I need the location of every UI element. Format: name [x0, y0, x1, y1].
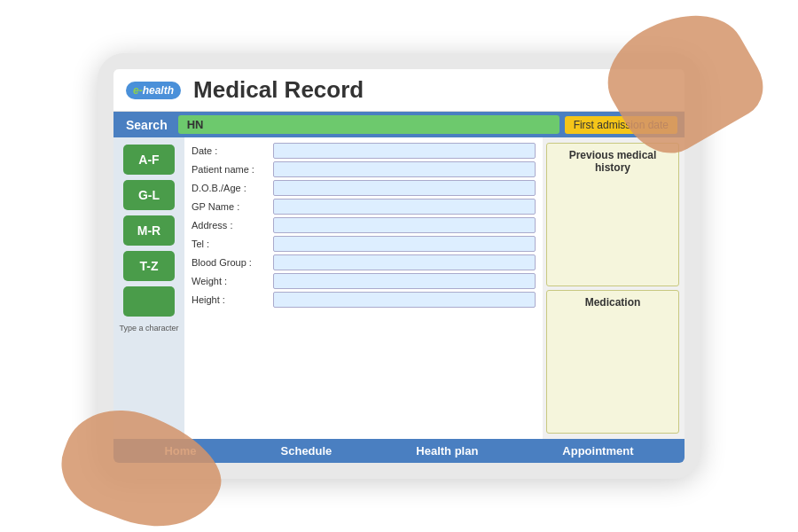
label-address: Address :	[192, 220, 270, 231]
form-row-height: Height :	[192, 292, 536, 308]
input-weight[interactable]	[273, 273, 536, 289]
label-height: Height :	[192, 294, 270, 305]
nav-health-plan[interactable]: Health plan	[416, 444, 478, 458]
app-header: e-health Medical Record	[113, 69, 685, 112]
label-weight: Weight :	[192, 276, 270, 286]
nav-schedule[interactable]: Schedule	[281, 444, 332, 458]
label-patient-name: Patient name :	[192, 164, 270, 175]
form-row-weight: Weight :	[192, 273, 536, 289]
search-label: Search	[121, 116, 173, 134]
input-dob[interactable]	[273, 180, 536, 196]
form-row-blood-group: Blood Group :	[192, 254, 536, 270]
medication-box[interactable]: Medication	[546, 290, 679, 434]
sidebar-btn-af[interactable]: A-F	[123, 145, 175, 175]
sidebar-btn-tz[interactable]: T-Z	[123, 251, 175, 281]
input-blood-group[interactable]	[273, 254, 536, 270]
form-row-tel: Tel :	[192, 236, 536, 252]
tablet-device: e-health Medical Record Search HN First …	[98, 53, 700, 479]
input-patient-name[interactable]	[273, 161, 536, 177]
form-row-patient-name: Patient name :	[192, 161, 536, 177]
ehealth-badge: e-health	[126, 82, 181, 99]
label-tel: Tel :	[192, 239, 270, 249]
hn-field[interactable]: HN	[178, 115, 559, 134]
sidebar: A-F G-L M-R T-Z Type a character	[113, 137, 184, 439]
form-row-gp-name: GP Name :	[192, 199, 536, 215]
form-row-address: Address :	[192, 217, 536, 233]
input-tel[interactable]	[273, 236, 536, 252]
input-address[interactable]	[273, 217, 536, 233]
right-panel: Previous medical history Medication	[543, 137, 685, 439]
ehealth-e: e-	[133, 84, 143, 97]
patient-form: Date : Patient name : D.O.B./Age : GP Na…	[184, 137, 543, 439]
form-row-dob: D.O.B./Age :	[192, 180, 536, 196]
label-blood-group: Blood Group :	[192, 257, 270, 268]
label-gp-name: GP Name :	[192, 201, 270, 212]
history-label: Previous medical history	[552, 149, 673, 174]
main-content: A-F G-L M-R T-Z Type a character Date : …	[113, 137, 685, 439]
input-gp-name[interactable]	[273, 199, 536, 215]
label-date: Date :	[192, 145, 270, 156]
sidebar-btn-gl[interactable]: G-L	[123, 180, 175, 210]
search-bar-row: Search HN First admission date	[113, 112, 685, 137]
nav-appointment[interactable]: Appointment	[562, 444, 633, 458]
previous-medical-history-box[interactable]: Previous medical history	[546, 143, 679, 286]
sidebar-char-input[interactable]	[123, 286, 175, 317]
app-title: Medical Record	[193, 76, 364, 104]
input-height[interactable]	[273, 292, 536, 308]
sidebar-hint: Type a character	[119, 324, 178, 332]
tablet-screen: e-health Medical Record Search HN First …	[113, 69, 685, 463]
label-dob: D.O.B./Age :	[192, 183, 270, 193]
sidebar-btn-mr[interactable]: M-R	[123, 215, 175, 246]
form-row-date: Date :	[192, 143, 536, 159]
medication-label: Medication	[585, 296, 641, 309]
input-date[interactable]	[273, 143, 536, 159]
ehealth-health: health	[143, 84, 174, 97]
